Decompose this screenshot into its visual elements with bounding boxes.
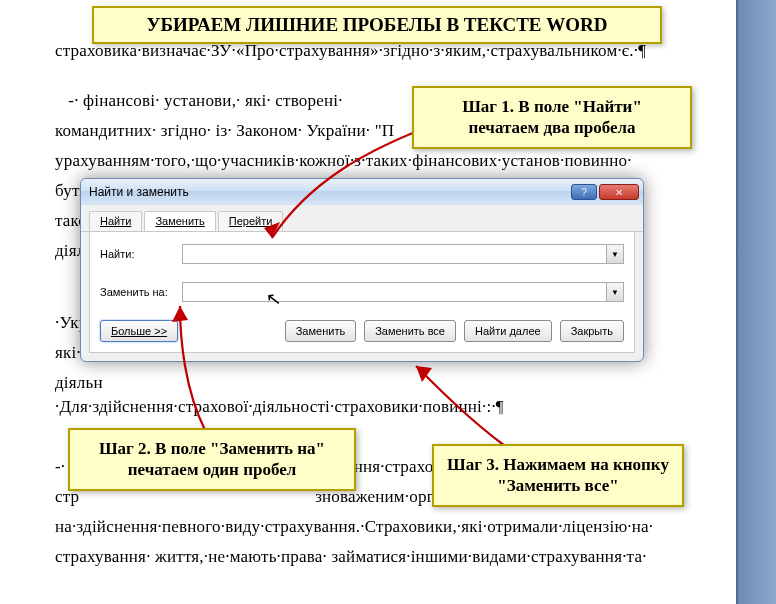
find-label: Найти:: [100, 248, 182, 260]
replace-dropdown-icon[interactable]: ▼: [606, 282, 624, 302]
page-gutter: [736, 0, 776, 604]
tutorial-title: УБИРАЕМ ЛИШНИЕ ПРОБЕЛЫ В ТЕКСТЕ WORD: [92, 6, 662, 44]
replace-input[interactable]: [182, 282, 606, 302]
cancel-button[interactable]: Закрыть: [560, 320, 624, 342]
dialog-tabs: Найти Заменить Перейти: [81, 205, 643, 232]
dialog-title: Найти и заменить: [89, 185, 189, 199]
close-icon: ✕: [615, 187, 623, 198]
callout-step-1: Шаг 1. В поле "Найти" печатаем два пробе…: [412, 86, 692, 149]
callout-step-3: Шаг 3. Нажимаем на кнопку "Заменить все": [432, 444, 684, 507]
find-replace-dialog: Найти и заменить ? ✕ Найти Заменить Пере…: [80, 178, 644, 362]
dialog-body: Найти: ▼ Заменить на: ▼ Больше >> Замени…: [89, 231, 635, 353]
dialog-titlebar[interactable]: Найти и заменить ? ✕: [81, 179, 643, 205]
mouse-cursor-icon: ↖: [265, 287, 283, 311]
tab-replace[interactable]: Заменить: [144, 211, 215, 231]
replace-all-button[interactable]: Заменить все: [364, 320, 456, 342]
replace-label: Заменить на:: [100, 286, 182, 298]
more-button[interactable]: Больше >>: [100, 320, 178, 342]
tab-find[interactable]: Найти: [89, 211, 142, 231]
help-button[interactable]: ?: [571, 184, 597, 200]
tab-goto[interactable]: Перейти: [218, 211, 284, 231]
close-button[interactable]: ✕: [599, 184, 639, 200]
find-input[interactable]: [182, 244, 606, 264]
callout-step-2: Шаг 2. В поле "Заменить на" печатаем оди…: [68, 428, 356, 491]
find-dropdown-icon[interactable]: ▼: [606, 244, 624, 264]
replace-button[interactable]: Заменить: [285, 320, 356, 342]
help-icon: ?: [581, 187, 587, 198]
find-next-button[interactable]: Найти далее: [464, 320, 552, 342]
